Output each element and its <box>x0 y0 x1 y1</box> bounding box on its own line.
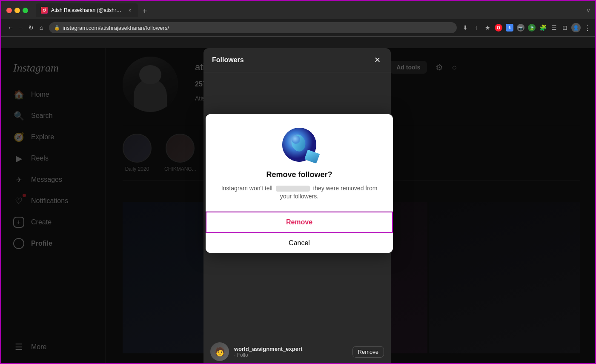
share-icon[interactable]: ↑ <box>471 23 481 33</box>
partial-follower-name: world_assignment_expert <box>234 346 302 352</box>
dialog-body: Remove follower? Instagram won't tell th… <box>206 170 393 211</box>
ext-list-icon[interactable]: ☰ <box>549 23 559 33</box>
partial-follower-avatar: 🧑 <box>210 342 229 361</box>
remove-button[interactable]: Remove <box>206 212 393 233</box>
nav-buttons: ← → ↻ ⌂ <box>6 23 46 32</box>
dialog-avatar-section <box>206 114 393 170</box>
followers-modal-title: Followers <box>212 56 244 64</box>
svg-point-2 <box>45 9 46 9</box>
dialog-message: Instagram won't tell they were removed f… <box>216 184 383 201</box>
partial-follower-sub: · Follo <box>234 352 302 358</box>
partial-remove-button[interactable]: Remove <box>352 346 384 358</box>
profile-avatar-icon[interactable]: 👤 <box>571 23 581 33</box>
followers-close-button[interactable]: ✕ <box>372 55 382 65</box>
forward-button[interactable]: → <box>17 23 25 32</box>
dialog-actions: Remove Cancel <box>206 211 393 253</box>
followers-list <box>203 72 391 79</box>
bookmark-icon[interactable]: ★ <box>482 23 493 33</box>
tab-favicon <box>41 7 48 14</box>
tab-title: Atish Rajasekharan (@atishraja... <box>51 7 123 13</box>
close-button[interactable] <box>6 8 12 13</box>
remove-follower-dialog: Remove follower? Instagram won't tell th… <box>206 114 393 252</box>
ext-puzzle-icon[interactable]: 🧩 <box>538 23 548 33</box>
traffic-lights <box>6 8 28 13</box>
svg-rect-0 <box>41 7 47 13</box>
back-button[interactable]: ← <box>6 23 15 32</box>
dialog-message-before: Instagram won't tell <box>221 184 272 191</box>
home-button[interactable]: ⌂ <box>37 23 46 32</box>
cancel-button[interactable]: Cancel <box>206 233 393 253</box>
ext-leaf-icon[interactable]: 🍃 <box>527 23 537 33</box>
minimize-button[interactable] <box>14 8 20 13</box>
browser-menu-icon[interactable]: ∨ <box>585 5 592 15</box>
toolbar-icons: ⬇ ↑ ★ O 6 📷 🍃 🧩 ☰ ⊡ <box>460 23 592 33</box>
reload-button[interactable]: ↻ <box>27 23 35 32</box>
ext-window-icon[interactable]: ⊡ <box>560 23 570 33</box>
address-bar-input[interactable]: 🔒 instagram.com/atishrajasekharan/follow… <box>49 22 457 33</box>
chrome-menu-icon[interactable]: ⋮ <box>582 23 592 33</box>
new-tab-button[interactable]: + <box>139 5 151 17</box>
dialog-title: Remove follower? <box>216 170 383 179</box>
svg-point-5 <box>292 135 300 143</box>
tab-close-button[interactable]: × <box>127 7 133 13</box>
download-icon[interactable]: ⬇ <box>460 23 470 33</box>
partial-follower-row: 🧑 world_assignment_expert · Follo Remove <box>203 338 391 364</box>
ext-camera-icon[interactable]: 📷 <box>516 23 526 33</box>
opera-extension-icon[interactable]: O <box>493 23 504 33</box>
active-tab[interactable]: Atish Rajasekharan (@atishraja... × <box>36 3 138 17</box>
dialog-username-blurred <box>276 186 310 192</box>
url-text: instagram.com/atishrajasekharan/follower… <box>63 25 169 31</box>
dialog-user-avatar <box>282 127 316 161</box>
ext-blue-icon[interactable]: 6 <box>504 23 515 33</box>
maximize-button[interactable] <box>23 8 28 13</box>
partial-follower-info: world_assignment_expert · Follo <box>234 346 302 358</box>
secure-icon: 🔒 <box>54 25 60 31</box>
